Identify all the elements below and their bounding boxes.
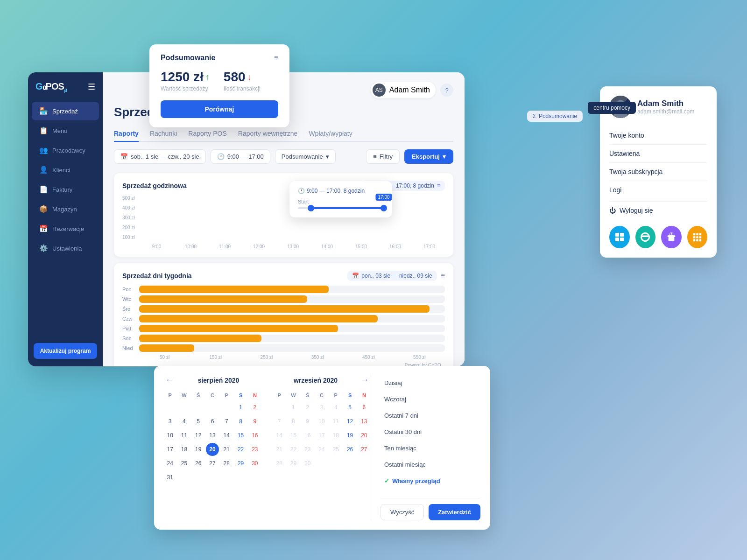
sep-5[interactable]: 5: [344, 401, 357, 414]
sidebar-item-klienci[interactable]: 👤 Klienci: [32, 161, 99, 179]
sep-12[interactable]: 12: [344, 415, 357, 428]
aug-10[interactable]: 10: [163, 429, 176, 442]
sep-15[interactable]: 15: [287, 429, 300, 442]
aug-30[interactable]: 30: [248, 457, 261, 470]
aug-22[interactable]: 22: [234, 443, 247, 456]
aug-14[interactable]: 14: [220, 429, 233, 442]
preset-ostatni-miesiac[interactable]: Ostatni miesiąc: [381, 457, 480, 472]
sep-30[interactable]: 30: [301, 457, 314, 470]
preset-7dni[interactable]: Ostatni 7 dni: [381, 408, 480, 423]
preset-dzisiaj[interactable]: Dzisiaj: [381, 375, 480, 391]
preset-30dni[interactable]: Ostatni 30 dni: [381, 424, 480, 440]
sep-29[interactable]: 29: [287, 457, 300, 470]
next-month-btn[interactable]: →: [359, 375, 371, 385]
aug-6[interactable]: 6: [206, 415, 219, 428]
preset-wlasny[interactable]: ✓ Własny przegląd: [381, 473, 480, 489]
prev-month-btn[interactable]: ←: [163, 375, 176, 385]
update-button[interactable]: Aktualizuj program: [34, 343, 97, 359]
sep-11[interactable]: 11: [329, 415, 342, 428]
header-user-btn[interactable]: AS Adam Smith: [371, 82, 436, 98]
slider-thumb-start[interactable]: [308, 205, 314, 211]
tab-wplaty[interactable]: Wpłaty/wypłaty: [309, 126, 352, 142]
export-button[interactable]: Eksportuj ▾: [404, 149, 453, 164]
aug-31[interactable]: 31: [163, 471, 176, 484]
sep-6[interactable]: 6: [358, 401, 371, 414]
sidebar-item-sprzedaz[interactable]: 🏪 Sprzedaż: [32, 102, 99, 120]
aug-27[interactable]: 27: [206, 457, 219, 470]
filter-button[interactable]: ≡ Filtry: [366, 149, 400, 164]
compare-button[interactable]: Porównaj: [161, 100, 278, 118]
aug-25[interactable]: 25: [177, 457, 190, 470]
aug-21[interactable]: 21: [220, 443, 233, 456]
sep-1[interactable]: 1: [287, 401, 300, 414]
aug-23[interactable]: 23: [248, 443, 261, 456]
app-icon-food[interactable]: [635, 226, 656, 248]
aug-16[interactable]: 16: [248, 429, 261, 442]
aug-9[interactable]: 9: [248, 415, 261, 428]
aug-29[interactable]: 29: [234, 457, 247, 470]
app-icon-grid[interactable]: [687, 226, 708, 248]
aug-19[interactable]: 19: [192, 443, 205, 456]
aug-15[interactable]: 15: [234, 429, 247, 442]
aug-3[interactable]: 3: [163, 415, 176, 428]
time-range-btn[interactable]: 🕐 9:00 — 17:00: [211, 149, 270, 164]
sep-22[interactable]: 22: [287, 443, 300, 456]
tab-raporty-pos[interactable]: Raporty POS: [188, 126, 226, 142]
sep-19[interactable]: 19: [344, 429, 357, 442]
sep-8[interactable]: 8: [287, 415, 300, 428]
view-select-btn[interactable]: Podsumowanie ▾: [275, 149, 336, 164]
sep-2[interactable]: 2: [301, 401, 314, 414]
aug-18[interactable]: 18: [177, 443, 190, 456]
aug-1-sat[interactable]: 1: [234, 401, 247, 414]
sep-17[interactable]: 17: [315, 429, 328, 442]
aug-4[interactable]: 4: [177, 415, 190, 428]
sidebar-item-faktury[interactable]: 📄 Faktury: [32, 180, 99, 199]
sep-16[interactable]: 16: [301, 429, 314, 442]
aug-2-sun[interactable]: 2: [248, 401, 261, 414]
slider-thumb-end[interactable]: 17:00: [381, 205, 387, 211]
aug-13[interactable]: 13: [206, 429, 219, 442]
user-menu-ustawiena[interactable]: Ustawiena: [609, 145, 707, 163]
aug-7[interactable]: 7: [220, 415, 233, 428]
filter-lines-icon[interactable]: ≡: [274, 54, 278, 62]
sep-23[interactable]: 23: [301, 443, 314, 456]
date-range-btn[interactable]: 📅 sob., 1 sie — czw., 20 sie: [114, 149, 206, 164]
user-menu-logi[interactable]: Logi: [609, 181, 707, 199]
sidebar-item-magazyn[interactable]: 📦 Magazyn: [32, 200, 99, 218]
aug-24[interactable]: 24: [163, 457, 176, 470]
tab-raporty[interactable]: Raporty: [114, 126, 139, 142]
sep-18[interactable]: 18: [329, 429, 342, 442]
slider-track[interactable]: 17:00: [298, 207, 384, 209]
logout-item[interactable]: ⏻ Wyloguj się: [609, 201, 707, 219]
preset-wczoraj[interactable]: Wczoraj: [381, 392, 480, 407]
sep-24[interactable]: 24: [315, 443, 328, 456]
calendar-clear-btn[interactable]: Wyczyść: [381, 504, 424, 520]
sep-26[interactable]: 26: [344, 443, 357, 456]
aug-20-selected[interactable]: 20: [206, 443, 219, 456]
sidebar-item-pracodawcy[interactable]: 👥 Pracodawcy: [32, 141, 99, 160]
aug-11[interactable]: 11: [177, 429, 190, 442]
hamburger-icon[interactable]: ☰: [88, 82, 95, 92]
header-help-btn[interactable]: ?: [440, 84, 453, 97]
sep-9[interactable]: 9: [301, 415, 314, 428]
sep-25[interactable]: 25: [329, 443, 342, 456]
preset-ten-miesiac[interactable]: Ten miesiąc: [381, 441, 480, 456]
menu-dots-icon[interactable]: ≡: [437, 182, 440, 189]
sep-27[interactable]: 27: [358, 443, 371, 456]
sep-3[interactable]: 3: [315, 401, 328, 414]
sidebar-item-rezerwacje[interactable]: 📅 Rezerwacje: [32, 219, 99, 238]
tab-rachunki[interactable]: Rachunki: [150, 126, 177, 142]
aug-5[interactable]: 5: [192, 415, 205, 428]
sidebar-item-ustawienia[interactable]: ⚙️ Ustawienia: [32, 239, 99, 258]
aug-17[interactable]: 17: [163, 443, 176, 456]
aug-8[interactable]: 8: [234, 415, 247, 428]
sep-20[interactable]: 20: [358, 429, 371, 442]
aug-26[interactable]: 26: [192, 457, 205, 470]
sep-21[interactable]: 21: [273, 443, 286, 456]
aug-12[interactable]: 12: [192, 429, 205, 442]
app-icon-box[interactable]: [609, 226, 630, 248]
sep-7[interactable]: 7: [273, 415, 286, 428]
sep-14[interactable]: 14: [273, 429, 286, 442]
tab-raporty-wewnetrzne[interactable]: Raporty wewnętrzne: [238, 126, 298, 142]
sidebar-item-menu[interactable]: 📋 Menu: [32, 121, 99, 140]
